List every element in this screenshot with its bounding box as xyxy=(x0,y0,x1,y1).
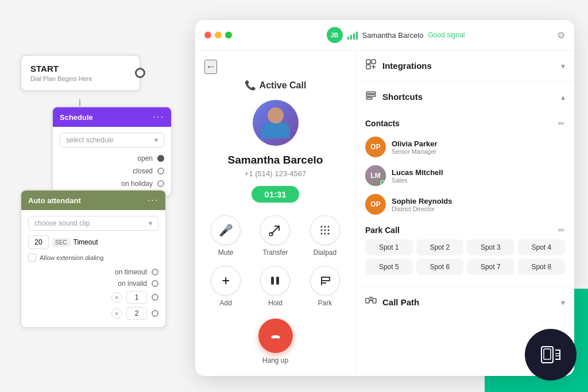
start-sub: Dial Plan Begins Here xyxy=(30,75,130,82)
contact-item: LM Lucas Mitchell Sales xyxy=(365,161,565,190)
contact-info-3: Sophie Reynolds District Director xyxy=(392,197,452,212)
auto-menu[interactable]: ··· xyxy=(148,195,158,205)
close-button[interactable] xyxy=(204,32,211,38)
call-path-title: Call Path xyxy=(382,297,419,307)
auto-select[interactable]: choose sound clip ▾ xyxy=(28,216,158,231)
svg-rect-23 xyxy=(366,298,369,303)
schedule-option-closed: closed xyxy=(60,165,164,177)
contacts-header: Contacts ✏ xyxy=(365,112,565,133)
shortcuts-icon xyxy=(365,90,377,104)
dialpad-button[interactable]: Dialpad xyxy=(304,215,346,257)
call-path-icon xyxy=(365,295,377,309)
call-timer: 01:31 xyxy=(252,186,299,203)
on-timeout-option: on timeout xyxy=(28,266,158,278)
svg-point-12 xyxy=(324,233,326,235)
spot-5[interactable]: Spot 5 xyxy=(365,259,413,275)
signal-icon xyxy=(347,30,358,40)
call-panel: ← 📞 Active Call Samantha Barcelo +1 (514… xyxy=(195,51,356,376)
schedule-menu[interactable]: ··· xyxy=(153,112,164,122)
spot-4[interactable]: Spot 4 xyxy=(518,239,566,255)
start-label: START xyxy=(30,64,130,73)
svg-rect-22 xyxy=(366,98,372,99)
mute-button[interactable]: 🎤 Mute xyxy=(204,215,247,257)
spot-1[interactable]: Spot 1 xyxy=(365,239,413,255)
schedule-option-holiday: on holiday xyxy=(60,177,164,190)
contact-info-2: Lucas Mitchell Sales xyxy=(392,168,443,184)
settings-icon[interactable]: ⚙ xyxy=(557,30,565,41)
signal-text: Good signal xyxy=(428,31,465,39)
shortcuts-title: Shortcuts xyxy=(382,92,423,102)
spot-8[interactable]: Spot 8 xyxy=(518,259,566,275)
spot-3[interactable]: Spot 3 xyxy=(467,239,514,255)
call-path-row[interactable]: Call Path ▾ xyxy=(356,287,574,317)
phone-window: JB Samantha Barcelo Good signal ⚙ ← 📞 Ac… xyxy=(195,20,574,376)
park-edit[interactable]: ✏ xyxy=(558,226,565,235)
timeout-input[interactable]: 20 xyxy=(28,235,49,249)
contact-info-1: Olivia Parker Senior Manager xyxy=(392,139,438,155)
svg-point-9 xyxy=(324,230,326,231)
traffic-lights xyxy=(204,32,232,38)
num-row-2: ✕ xyxy=(28,305,158,321)
call-actions-row2: + Add Hold xyxy=(204,266,346,307)
svg-rect-14 xyxy=(271,277,274,285)
integrations-row[interactable]: Integrations ▾ xyxy=(356,51,574,81)
svg-point-8 xyxy=(320,230,322,231)
integrations-chevron: ▾ xyxy=(561,61,565,71)
schedule-box: Schedule ··· select schedule ▾ open clos… xyxy=(52,106,172,197)
shortcuts-row[interactable]: Shortcuts ▴ xyxy=(356,81,574,112)
phone-icon: 📞 xyxy=(245,80,256,91)
active-call-header: 📞 Active Call xyxy=(245,80,307,91)
contact-avatar-2: LM xyxy=(365,165,386,186)
remove-1[interactable]: ✕ xyxy=(111,292,122,302)
spot-6[interactable]: Spot 6 xyxy=(416,259,464,275)
svg-rect-19 xyxy=(366,65,370,69)
minimize-button[interactable] xyxy=(215,32,222,38)
caller-number: +1 (514) 123-4567 xyxy=(245,169,306,178)
maximize-button[interactable] xyxy=(225,32,232,38)
num-row-1: ✕ xyxy=(28,289,158,305)
timeout-text: Timeout xyxy=(74,238,98,246)
extension-checkbox[interactable] xyxy=(28,254,36,262)
park-spots: Spot 1 Spot 2 Spot 3 Spot 4 Spot 5 Spot … xyxy=(365,239,565,275)
contacts-edit[interactable]: ✏ xyxy=(558,119,565,128)
transfer-button[interactable]: Transfer xyxy=(254,215,296,257)
schedule-option-open: open xyxy=(60,152,164,165)
on-invalid-option: on invalid xyxy=(28,278,158,289)
extension-label: Allow extension dialing xyxy=(40,254,103,261)
add-button[interactable]: + Add xyxy=(204,266,247,307)
caller-name: Samantha Barcelo xyxy=(228,154,323,166)
schedule-select[interactable]: select schedule ▾ xyxy=(60,133,164,148)
svg-point-13 xyxy=(327,233,329,235)
svg-point-6 xyxy=(324,226,326,228)
sec-badge: SEC xyxy=(52,238,70,247)
svg-rect-15 xyxy=(276,277,279,285)
auto-attendant-title: Auto attendant xyxy=(28,196,81,205)
auto-attendant-box: Auto attendant ··· choose sound clip ▾ 2… xyxy=(20,189,167,328)
contact-avatar-1: OP xyxy=(365,137,386,157)
spot-2[interactable]: Spot 2 xyxy=(416,239,464,255)
active-call-label: Active Call xyxy=(260,80,307,91)
num-input-2[interactable] xyxy=(126,307,147,320)
remove-2[interactable]: ✕ xyxy=(111,308,122,319)
back-button[interactable]: ← xyxy=(204,60,217,74)
contact-item: OP Sophie Reynolds District Director xyxy=(365,190,565,219)
hold-button[interactable]: Hold xyxy=(254,266,296,307)
call-path-chevron: ▾ xyxy=(561,298,565,307)
park-button[interactable]: Park xyxy=(304,266,346,307)
park-title: Park Call xyxy=(365,226,400,235)
svg-rect-21 xyxy=(366,95,376,96)
phone-icon-circle[interactable] xyxy=(525,329,577,381)
svg-rect-1 xyxy=(544,349,551,359)
svg-point-7 xyxy=(327,226,329,228)
spot-7[interactable]: Spot 7 xyxy=(467,259,514,275)
start-dot xyxy=(135,68,145,78)
svg-rect-18 xyxy=(372,60,376,64)
hangup-wrap: Hang up xyxy=(258,319,293,364)
schedule-title: Schedule xyxy=(60,113,93,122)
caller-avatar xyxy=(253,100,299,146)
call-actions-row1: 🎤 Mute Transfer xyxy=(204,215,346,257)
num-input-1[interactable] xyxy=(126,291,147,304)
svg-point-10 xyxy=(327,230,329,231)
hangup-button[interactable] xyxy=(258,319,293,353)
svg-rect-24 xyxy=(373,298,376,303)
